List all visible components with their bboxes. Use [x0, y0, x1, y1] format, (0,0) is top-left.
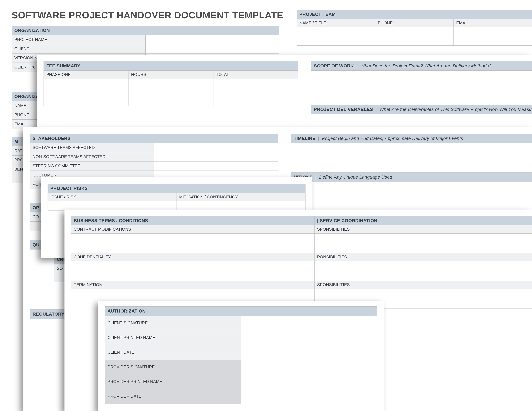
stake-label: NON-SOFTWARE TEAMS AFFECTED — [30, 152, 154, 161]
project-team-table: PROJECT TEAM NAME / TITLE PHONE EMAIL — [297, 10, 532, 46]
coord-label: SPONSIBILITIES — [314, 281, 532, 289]
auth-label: CLIENT SIGNATURE — [105, 316, 241, 330]
fee-col: TOTAL — [213, 71, 298, 79]
fee-col: HOURS — [128, 71, 213, 79]
terms-label: TERMINATION — [71, 281, 319, 289]
team-header: PROJECT TEAM — [297, 10, 532, 19]
fee-header: FEE SUMMARY — [44, 61, 298, 71]
scope-of-work-table: SCOPE OF WORK | What Does the Project En… — [311, 61, 532, 98]
auth-value[interactable] — [241, 345, 377, 360]
project-risks-table: PROJECT RISKS ISSUE / RISK MITIGATION / … — [48, 184, 305, 211]
scope-header: SCOPE OF WORK | What Does the Project En… — [311, 61, 532, 71]
scope-body[interactable] — [311, 71, 532, 98]
definitions-table: NITIONS | Define Any Unique Language Use… — [291, 172, 532, 182]
deliverables-table: PROJECT DELIVERABLES | What Are the Deli… — [311, 105, 532, 114]
org-value[interactable] — [145, 44, 279, 54]
timeline-header: TIMELINE | Project Begin and End Dates, … — [291, 134, 532, 143]
auth-value[interactable] — [241, 360, 377, 374]
coord-header: | SERVICE COORDINATION — [314, 216, 532, 225]
auth-label: PROVIDER SIGNATURE — [105, 360, 241, 374]
page-6-authorization: AUTHORIZATION CLIENT SIGNATURE CLIENT PR… — [98, 301, 384, 411]
auth-value[interactable] — [241, 389, 377, 404]
org-label: CLIENT — [12, 44, 146, 54]
coord-label: PONSIBILITIES — [314, 253, 532, 261]
auth-label: PROVIDER PRINTED NAME — [105, 374, 241, 389]
terms-body[interactable] — [71, 261, 319, 281]
auth-value[interactable] — [241, 330, 377, 345]
auth-label: CLIENT DATE — [105, 345, 241, 360]
stake-label: SOFTWARE TEAMS AFFECTED — [30, 143, 154, 152]
risks-header: PROJECT RISKS — [48, 184, 305, 193]
timeline-table: TIMELINE | Project Begin and End Dates, … — [291, 134, 532, 164]
definitions-header: NITIONS | Define Any Unique Language Use… — [291, 173, 532, 182]
terms-label: CONFIDENTIALITY — [71, 253, 319, 261]
fee-col: PHASE ONE — [44, 71, 128, 79]
org-value[interactable] — [145, 35, 279, 44]
stake-label: STEERING COMMITTEE — [30, 161, 154, 171]
risks-col: MITIGATION / CONTINGENCY — [177, 193, 305, 201]
org-label: PROJECT NAME — [12, 35, 146, 44]
team-col: EMAIL — [454, 19, 532, 27]
team-col: PHONE — [375, 19, 454, 27]
risks-col: ISSUE / RISK — [48, 193, 177, 201]
deliv-header: PROJECT DELIVERABLES | What Are the Deli… — [311, 105, 532, 114]
auth-label: CLIENT PRINTED NAME — [105, 330, 241, 345]
terms-body[interactable] — [71, 234, 319, 253]
team-col: NAME / TITLE — [297, 19, 375, 27]
coord-label: SPONSIBILITIES — [314, 225, 532, 234]
terms-header: BUSINESS TERMS / CONDITIONS — [71, 216, 319, 225]
organization-header: ORGANIZATION — [12, 26, 279, 35]
terms-label: CONTRACT MODIFICATIONS — [71, 225, 319, 234]
timeline-body[interactable] — [291, 143, 532, 164]
authorization-table: AUTHORIZATION CLIENT SIGNATURE CLIENT PR… — [105, 306, 377, 404]
auth-label: PROVIDER DATE — [105, 389, 241, 404]
stakeholders-header: STAKEHOLDERS — [30, 134, 278, 143]
auth-value[interactable] — [241, 316, 377, 330]
document-title: SOFTWARE PROJECT HANDOVER DOCUMENT TEMPL… — [12, 10, 283, 20]
service-coordination-table: | SERVICE COORDINATION SPONSIBILITIES PO… — [314, 216, 532, 308]
fee-summary-table: FEE SUMMARY PHASE ONE HOURS TOTAL — [44, 61, 298, 106]
business-terms-table: BUSINESS TERMS / CONDITIONS CONTRACT MOD… — [71, 216, 319, 289]
auth-value[interactable] — [241, 374, 377, 389]
auth-header: AUTHORIZATION — [105, 307, 377, 316]
